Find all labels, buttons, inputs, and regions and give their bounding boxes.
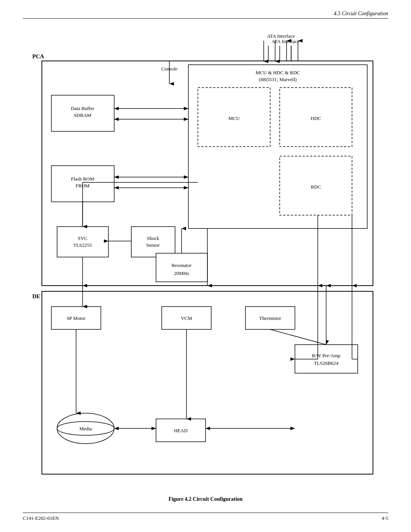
header-line [23,18,388,19]
rdc-label: RDC [311,184,321,190]
circuit-diagram: text { font-family: 'Times New Roman', T… [21,25,390,493]
mcu-hdc-rdc-label: MCU & HDC & RDC [255,70,300,75]
de-label: DE [32,293,40,299]
shock-label: Shock [147,235,159,241]
sensor-label: Sensor [146,242,160,248]
ata-interface-label: ATA Interface [272,38,299,44]
vcm-label: VCM [181,315,192,321]
flash-rom-label: Flash ROM [71,176,94,182]
resonator-label: Resonator [172,262,192,268]
svg-rect-30 [131,227,175,257]
svg-rect-29 [57,227,108,257]
sp-motor-label: SP Motor [67,315,86,321]
resonator-freq-label: 20MHz [174,270,189,276]
media-label: Media [79,426,92,431]
ata-label: ATA Interface [267,33,295,39]
svc-label: SVC [78,235,87,241]
page-footer: C141-E202-01EN 4-5 [23,515,388,521]
pca-label: PCA [32,53,44,59]
header-title: 4.3 Circuit Configuration [334,11,388,16]
tls26b624-label: TLS26B624 [314,360,339,366]
head-label: HEAD [174,428,188,433]
marvell-label: (88i5531; Marvell) [259,77,296,82]
rw-preamp-label: R/W Pre-Amp [312,353,340,358]
sdram-label: SDRAM [74,112,92,118]
thermistor-label: Thermistor [259,315,281,321]
figure-caption: Figure 4.2 Circuit Configuration [23,496,388,502]
mcu-inner-label: MCU [228,115,240,121]
hdc-label: HDC [311,115,321,121]
data-buffer-label: Data Buffer [71,105,94,111]
footer-left: C141-E202-01EN [23,515,59,521]
footer-right: 4-5 [382,515,388,521]
page-header: 4.3 Circuit Configuration [334,11,388,17]
footer-line [23,513,388,513]
tls2255-label: TLS2255 [73,242,92,248]
